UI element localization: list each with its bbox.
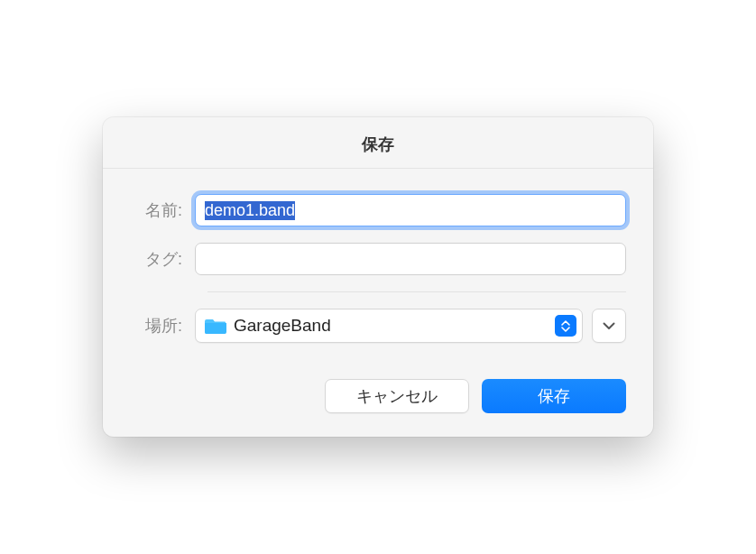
chevron-down-icon (603, 318, 615, 334)
cancel-button[interactable]: キャンセル (325, 379, 469, 413)
location-value: GarageBand (234, 316, 555, 336)
folder-icon (205, 317, 226, 335)
dialog-header: 保存 (103, 117, 653, 169)
expand-button[interactable] (592, 309, 626, 343)
name-input-wrap (195, 194, 626, 226)
tags-input[interactable] (195, 243, 626, 275)
tags-row: タグ: (130, 243, 626, 275)
tags-input-wrap (195, 243, 626, 275)
name-input[interactable] (195, 194, 626, 226)
location-row: 場所: GarageBand (130, 309, 626, 343)
updown-arrows-icon (555, 315, 576, 337)
name-row: 名前: (130, 194, 626, 226)
divider (207, 291, 626, 292)
dialog-title: 保存 (103, 134, 653, 155)
save-button[interactable]: 保存 (482, 379, 626, 413)
location-popup[interactable]: GarageBand (195, 309, 583, 343)
save-dialog: 保存 名前: タグ: 場所: (103, 117, 653, 437)
name-label: 名前: (130, 199, 195, 221)
location-label: 場所: (130, 315, 195, 337)
dialog-footer: キャンセル 保存 (103, 370, 653, 437)
dialog-body: 名前: タグ: 場所: GarageBand (103, 169, 653, 370)
tags-label: タグ: (130, 248, 195, 270)
